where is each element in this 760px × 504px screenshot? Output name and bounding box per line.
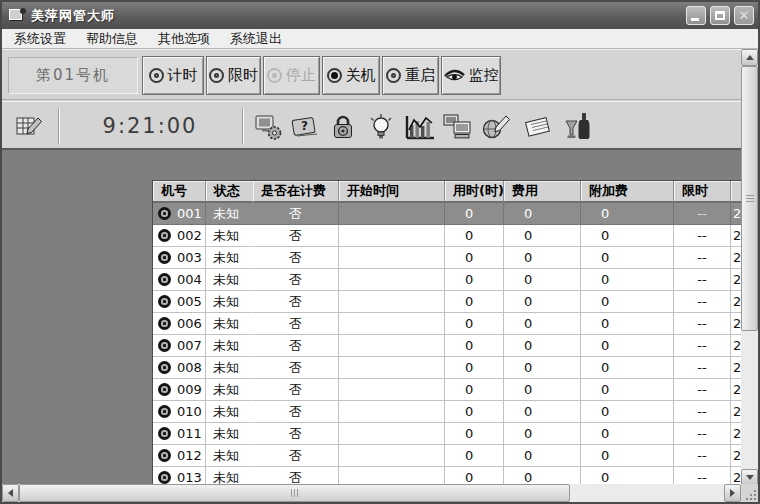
register-button[interactable]	[481, 111, 513, 143]
column-header-limit[interactable]: 限时	[674, 181, 731, 203]
target-icon	[149, 68, 164, 83]
utility-toolbar: 9:21:00 ?	[2, 101, 741, 150]
machine-status-icon	[158, 229, 171, 242]
cell-fee: 0	[504, 203, 581, 225]
resize-grip[interactable]	[741, 484, 758, 502]
target-icon	[267, 68, 282, 83]
lock-button[interactable]	[327, 111, 359, 143]
records-note-icon	[522, 113, 554, 141]
scroll-right-button[interactable]	[724, 484, 741, 502]
column-header-cut[interactable]	[731, 181, 741, 203]
system-settings-button[interactable]	[252, 111, 284, 143]
shutdown-button[interactable]: 关机	[322, 56, 380, 95]
machine-id: 010	[177, 404, 202, 419]
restart-button[interactable]: 重启	[382, 56, 439, 95]
time-limit-button[interactable]: 限时	[206, 56, 261, 95]
machine-status-icon	[158, 339, 171, 352]
cell-start	[339, 313, 445, 335]
machine-row-010[interactable]: 010未知否000--2	[153, 401, 741, 423]
timing-button[interactable]: 计时	[142, 56, 204, 95]
column-header-id[interactable]: 机号	[153, 181, 206, 203]
vertical-scrollbar[interactable]	[741, 49, 758, 486]
column-header-fee[interactable]: 费用	[504, 181, 581, 203]
system-settings-icon	[253, 113, 283, 141]
billing-edit-button[interactable]	[12, 111, 46, 143]
machine-status-icon	[158, 405, 171, 418]
column-header-charging[interactable]: 是否在计费	[253, 181, 339, 203]
cell-fee: 0	[504, 291, 581, 313]
scroll-up-button[interactable]	[741, 49, 758, 66]
machine-row-006[interactable]: 006未知否000--2	[153, 313, 741, 335]
machine-status-icon	[158, 449, 171, 462]
cell-limit: --	[674, 313, 731, 335]
scroll-left-button[interactable]	[2, 484, 19, 502]
stop-button: 停止	[263, 56, 320, 95]
horizontal-scroll-thumb[interactable]	[19, 484, 570, 502]
machine-row-004[interactable]: 004未知否000--2	[153, 269, 741, 291]
menu-help-info[interactable]: 帮助信息	[80, 29, 144, 49]
cell-charging: 否	[253, 247, 339, 269]
network-monitor-button[interactable]	[442, 111, 474, 143]
column-header-extra[interactable]: 附加费	[581, 181, 674, 203]
machine-row-009[interactable]: 009未知否000--2	[153, 379, 741, 401]
menu-system-exit[interactable]: 系统退出	[224, 29, 288, 49]
machine-status-icon	[158, 317, 171, 330]
machine-row-005[interactable]: 005未知否000--2	[153, 291, 741, 313]
cell-start	[339, 401, 445, 423]
cell-cut: 2	[731, 379, 741, 401]
cell-status: 未知	[206, 335, 253, 357]
records-button[interactable]	[522, 111, 554, 143]
minimize-button[interactable]	[686, 6, 706, 25]
cell-limit: --	[674, 269, 731, 291]
current-machine-panel: 第01号机	[8, 57, 138, 94]
title-bar[interactable]: 美萍网管大师 ✕	[2, 2, 758, 29]
cell-status: 未知	[206, 401, 253, 423]
help-button[interactable]: ?	[288, 111, 320, 143]
machine-row-007[interactable]: 007未知否000--2	[153, 335, 741, 357]
machine-row-001[interactable]: 001未知否000--2	[153, 203, 741, 225]
cell-hours: 0	[445, 401, 504, 423]
statistics-button[interactable]	[404, 111, 436, 143]
machine-row-012[interactable]: 012未知否000--2	[153, 445, 741, 467]
column-header-status[interactable]: 状态	[206, 181, 253, 203]
cell-charging: 否	[253, 203, 339, 225]
cell-extra: 0	[581, 313, 674, 335]
cell-start	[339, 247, 445, 269]
chevron-right-icon	[730, 489, 735, 497]
machine-row-011[interactable]: 011未知否000--2	[153, 423, 741, 445]
machine-status-icon	[158, 471, 171, 484]
machine-row-008[interactable]: 008未知否000--2	[153, 357, 741, 379]
target-icon	[209, 68, 224, 83]
cell-extra: 0	[581, 379, 674, 401]
eye-icon	[444, 69, 465, 83]
cell-cut: 2	[731, 269, 741, 291]
vertical-scroll-thumb[interactable]	[741, 66, 758, 331]
tips-button[interactable]	[365, 111, 397, 143]
horizontal-scrollbar[interactable]	[2, 484, 741, 502]
cell-charging: 否	[253, 423, 339, 445]
cell-status: 未知	[206, 247, 253, 269]
machine-id: 012	[177, 448, 202, 463]
cell-hours: 0	[445, 313, 504, 335]
drinks-button[interactable]	[562, 111, 594, 143]
table-header-row: 机号状态是否在计费开始时间用时(时)费用附加费限时	[153, 181, 741, 203]
menu-other-options[interactable]: 其他选项	[152, 29, 216, 49]
cell-cut: 2	[731, 445, 741, 467]
maximize-button[interactable]	[710, 6, 730, 25]
cell-start	[339, 335, 445, 357]
menu-system-settings[interactable]: 系统设置	[8, 29, 72, 49]
cell-hours: 0	[445, 335, 504, 357]
monitor-button[interactable]: 监控	[441, 56, 501, 95]
cell-fee: 0	[504, 423, 581, 445]
machine-row-002[interactable]: 002未知否000--2	[153, 225, 741, 247]
cell-start	[339, 445, 445, 467]
cell-extra: 0	[581, 225, 674, 247]
machine-row-003[interactable]: 003未知否000--2	[153, 247, 741, 269]
cell-status: 未知	[206, 225, 253, 247]
close-button[interactable]: ✕	[734, 6, 754, 25]
column-header-hours[interactable]: 用时(时)	[445, 181, 504, 203]
cell-limit: --	[674, 357, 731, 379]
machine-status-icon	[158, 207, 171, 220]
cell-charging: 否	[253, 445, 339, 467]
column-header-start[interactable]: 开始时间	[339, 181, 445, 203]
